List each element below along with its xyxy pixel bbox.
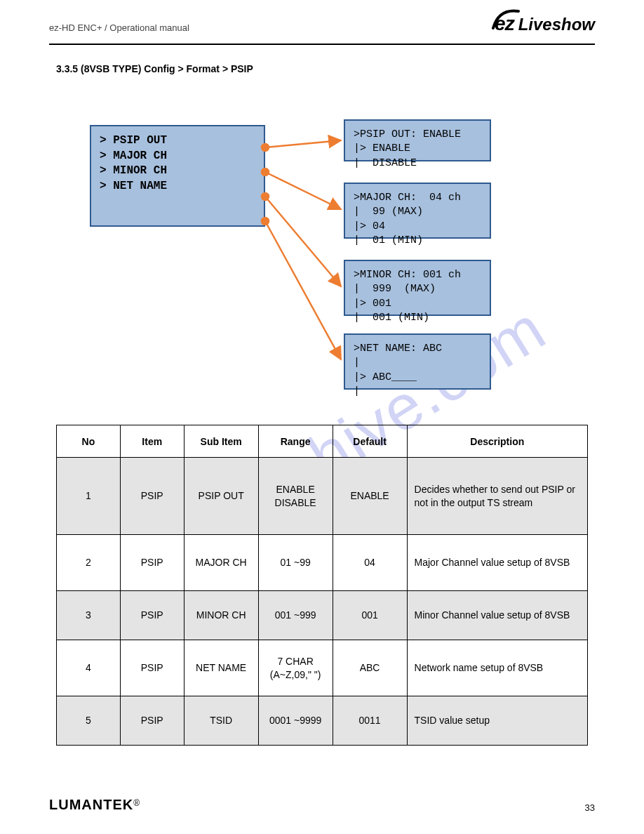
- cell-sub: MINOR CH: [184, 591, 258, 640]
- cell-range: 01 ~99: [258, 535, 333, 591]
- table-row: 5 PSIP TSID 0001 ~9999 0011 TSID value s…: [57, 696, 588, 746]
- settings-table-wrap: No Item Sub Item Range Default Descripti…: [56, 425, 588, 746]
- page-number: 33: [585, 802, 595, 813]
- cell-desc: TSID value setup: [407, 696, 587, 746]
- cell-desc: Major Channel value setup of 8VSB: [407, 535, 587, 591]
- cell-range: 7 CHAR (A~Z,09," "): [258, 640, 333, 696]
- cell-def: 001: [333, 591, 407, 640]
- table-header-row: No Item Sub Item Range Default Descripti…: [57, 425, 588, 458]
- submenu-psip-out: >PSIP OUT: ENABLE |> ENABLE | DISABLE: [344, 119, 491, 161]
- table-row: 2 PSIP MAJOR CH 01 ~99 04 Major Channel …: [57, 535, 588, 591]
- menu-diagram: > PSIP OUT > MAJOR CH > MINOR CH > NET N…: [84, 119, 575, 414]
- cell-desc: Network name setup of 8VSB: [407, 640, 587, 696]
- th-no: No: [57, 425, 121, 458]
- table-row: 3 PSIP MINOR CH 001 ~999 001 Minor Chann…: [57, 591, 588, 640]
- th-item: Item: [120, 425, 184, 458]
- doc-title: ez-HD ENC+ / Operational manual: [49, 22, 189, 33]
- svg-line-6: [265, 197, 341, 286]
- submenu-minor-ch: >MINOR CH: 001 ch | 999 (MAX) |> 001 | 0…: [344, 260, 491, 316]
- th-def: Default: [333, 425, 407, 458]
- cell-sub: PSIP OUT: [184, 458, 258, 535]
- cell-item: PSIP: [120, 640, 184, 696]
- cell-no: 4: [57, 640, 121, 696]
- section-heading: 3.3.5 (8VSB TYPE) Config > Format > PSIP: [56, 63, 253, 74]
- main-menu-box: > PSIP OUT > MAJOR CH > MINOR CH > NET N…: [90, 125, 265, 227]
- cell-def: 04: [333, 535, 407, 591]
- table-row: 4 PSIP NET NAME 7 CHAR (A~Z,09," ") ABC …: [57, 640, 588, 696]
- page-root: manualshive.com ez-HD ENC+ / Operational…: [0, 0, 644, 834]
- cell-item: PSIP: [120, 458, 184, 535]
- submenu-major-ch: >MAJOR CH: 04 ch | 99 (MAX) |> 04 | 01 (…: [344, 183, 491, 239]
- cell-sub: NET NAME: [184, 640, 258, 696]
- cell-item: PSIP: [120, 591, 184, 640]
- cell-def: 0011: [333, 696, 407, 746]
- cell-range: 0001 ~9999: [258, 696, 333, 746]
- cell-no: 5: [57, 696, 121, 746]
- cell-desc: Minor Channel value setup of 8VSB: [407, 591, 587, 640]
- footer-brand: LUMANTEK®: [49, 797, 140, 813]
- brand-ez-icon: ez: [495, 13, 514, 35]
- cell-no: 1: [57, 458, 121, 535]
- cell-def: ENABLE: [333, 458, 407, 535]
- brand-block: ez Liveshow: [495, 13, 595, 35]
- svg-line-5: [265, 172, 341, 209]
- footer: LUMANTEK® 33: [49, 797, 595, 813]
- cell-range: ENABLE DISABLE: [258, 458, 333, 535]
- cell-sub: MAJOR CH: [184, 535, 258, 591]
- settings-table: No Item Sub Item Range Default Descripti…: [56, 425, 588, 746]
- svg-line-7: [265, 221, 341, 359]
- submenu-net-name: >NET NAME: ABC | |> ABC____ |: [344, 333, 491, 390]
- footer-brand-text: LUMANTEK: [49, 797, 133, 812]
- cell-no: 2: [57, 535, 121, 591]
- table-row: 1 PSIP PSIP OUT ENABLE DISABLE ENABLE De…: [57, 458, 588, 535]
- cell-item: PSIP: [120, 535, 184, 591]
- cell-def: ABC: [333, 640, 407, 696]
- th-sub: Sub Item: [184, 425, 258, 458]
- cell-sub: TSID: [184, 696, 258, 746]
- registered-icon: ®: [133, 798, 140, 808]
- th-range: Range: [258, 425, 333, 458]
- brand-ez-text: ez: [495, 13, 514, 34]
- brand-liveshow-text: Liveshow: [518, 15, 595, 34]
- svg-line-4: [265, 140, 341, 147]
- header-rule: [49, 44, 595, 45]
- cell-range: 001 ~999: [258, 591, 333, 640]
- cell-desc: Decides whether to send out PSIP or not …: [407, 458, 587, 535]
- cell-no: 3: [57, 591, 121, 640]
- cell-item: PSIP: [120, 696, 184, 746]
- th-desc: Description: [407, 425, 587, 458]
